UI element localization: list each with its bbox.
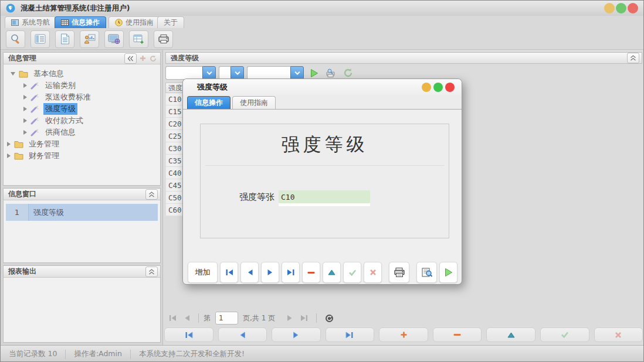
refresh-icon	[343, 68, 353, 78]
filter-combo-1[interactable]	[165, 66, 216, 80]
first-record-button[interactable]	[220, 262, 238, 283]
record-add-button[interactable]	[379, 327, 428, 342]
page-refresh-button[interactable]	[325, 314, 334, 323]
combo-field[interactable]	[247, 66, 290, 80]
search-button[interactable]	[6, 30, 25, 48]
tab-about[interactable]: 关于	[157, 16, 184, 28]
add-node-button[interactable]	[138, 54, 147, 63]
expander-right-icon[interactable]	[23, 107, 27, 111]
search-icon	[10, 33, 22, 45]
print-button[interactable]	[389, 262, 409, 283]
dialog-tab-info-operation[interactable]: 信息操作	[187, 96, 231, 109]
expander-right-icon[interactable]	[23, 95, 27, 100]
dialog-maximize-button[interactable]	[433, 83, 443, 92]
execute-query-button[interactable]	[307, 66, 321, 80]
collapse-up-button[interactable]	[145, 189, 158, 200]
page-prev-button[interactable]	[184, 315, 190, 322]
dialog-title-bar[interactable]: 强度等级	[183, 79, 462, 95]
expander-down-icon[interactable]	[11, 72, 15, 76]
last-record-button[interactable]	[282, 262, 300, 283]
next-record-button[interactable]	[261, 262, 279, 283]
expander-right-icon[interactable]	[23, 118, 27, 123]
dialog-minimize-button[interactable]	[422, 83, 431, 92]
document-button[interactable]	[55, 30, 74, 48]
monitor-globe-button[interactable]	[104, 30, 124, 48]
add-button-label: 增加	[195, 267, 211, 278]
tree-item-transport-type[interactable]: 运输类别	[4, 80, 160, 91]
collapse-up-button[interactable]	[145, 267, 158, 277]
tree-item-basic-info[interactable]: 基本信息	[4, 68, 160, 80]
strength-grade-input[interactable]	[279, 190, 370, 203]
print-search-button[interactable]	[324, 66, 338, 80]
expander-right-icon[interactable]	[7, 153, 11, 158]
commit-button[interactable]	[343, 262, 361, 283]
record-last-button[interactable]	[326, 327, 375, 342]
record-cancel-button[interactable]	[594, 327, 643, 342]
prev-record-button[interactable]	[240, 262, 259, 283]
main-tab-bar: 系统导航 信息操作 使用指南 关于	[1, 16, 644, 29]
page-last-button[interactable]	[300, 315, 308, 322]
info-window-row[interactable]: 1 强度等级	[6, 204, 158, 221]
delete-record-button[interactable]	[302, 262, 320, 283]
tree-item-label: 运输类别	[43, 80, 77, 91]
refresh-button[interactable]	[341, 66, 355, 80]
tab-info-operation[interactable]: 信息操作	[55, 16, 106, 28]
record-next-button[interactable]	[272, 327, 321, 342]
table-add-icon	[133, 34, 144, 45]
tree-item-payment-method[interactable]: 收付款方式	[4, 115, 160, 127]
add-button[interactable]: 增加	[188, 262, 218, 283]
refresh-tree-button[interactable]	[148, 54, 158, 63]
record-edit-button[interactable]	[486, 327, 535, 342]
divider	[316, 313, 317, 323]
record-commit-button[interactable]	[540, 327, 589, 342]
dialog-close-button[interactable]	[445, 83, 455, 92]
dialog-tab-user-guide[interactable]: 使用指南	[232, 96, 276, 109]
chevron-down-icon[interactable]	[231, 66, 244, 80]
combo-field[interactable]	[165, 66, 202, 80]
data-list-button[interactable]	[30, 30, 50, 48]
expander-right-icon[interactable]	[7, 142, 11, 146]
collapse-left-button[interactable]	[124, 53, 137, 64]
page-first-button[interactable]	[169, 315, 177, 322]
tree-item-strength-grade[interactable]: 强度等级	[4, 103, 160, 115]
minimize-button[interactable]	[604, 3, 615, 13]
page-suffix-label: 页,共 1 页	[243, 313, 275, 323]
filter-combo-2[interactable]	[219, 66, 244, 80]
printer-icon	[158, 34, 170, 44]
table-add-button[interactable]	[129, 30, 148, 48]
tree-item-pump-fee[interactable]: 泵送收费标准	[4, 91, 160, 103]
tab-user-guide[interactable]: 使用指南	[109, 16, 160, 28]
record-prev-button[interactable]	[218, 327, 267, 342]
execute-button[interactable]	[439, 262, 457, 283]
maximize-button[interactable]	[616, 3, 626, 13]
folder-icon	[19, 70, 29, 78]
tree-item-supplier-info[interactable]: 供商信息	[4, 127, 160, 138]
up-triangle-icon	[328, 269, 335, 275]
chevron-down-icon[interactable]	[290, 66, 304, 80]
expander-right-icon[interactable]	[23, 130, 27, 135]
tree-item-finance-mgmt[interactable]: 财务管理	[4, 150, 160, 162]
page-number-input[interactable]	[215, 312, 238, 325]
chevron-down-icon[interactable]	[202, 66, 216, 80]
user-report-button[interactable]	[80, 30, 99, 48]
edit-record-button[interactable]	[323, 262, 341, 283]
row-label: 强度等级	[29, 204, 158, 221]
tree-item-business-mgmt[interactable]: 业务管理	[4, 138, 160, 150]
printer-button[interactable]	[154, 30, 173, 48]
combo-field[interactable]	[219, 66, 231, 80]
dialog-toolbar: 增加	[183, 260, 462, 285]
expander-right-icon[interactable]	[23, 83, 27, 88]
tab-system-nav[interactable]: 系统导航	[5, 16, 56, 28]
print-preview-button[interactable]	[416, 262, 437, 283]
refresh-icon	[150, 55, 157, 62]
pager-bar: 第 页,共 1 页	[165, 310, 642, 326]
record-delete-button[interactable]	[433, 327, 482, 342]
filter-combo-3[interactable]	[247, 66, 304, 80]
page-next-button[interactable]	[287, 315, 293, 322]
page-prefix-label: 第	[204, 313, 211, 323]
record-first-button[interactable]	[164, 327, 213, 342]
collapse-up-button[interactable]	[627, 53, 639, 63]
cancel-button[interactable]	[364, 262, 382, 283]
dialog-title: 强度等级	[197, 82, 422, 93]
close-button[interactable]	[628, 3, 638, 13]
